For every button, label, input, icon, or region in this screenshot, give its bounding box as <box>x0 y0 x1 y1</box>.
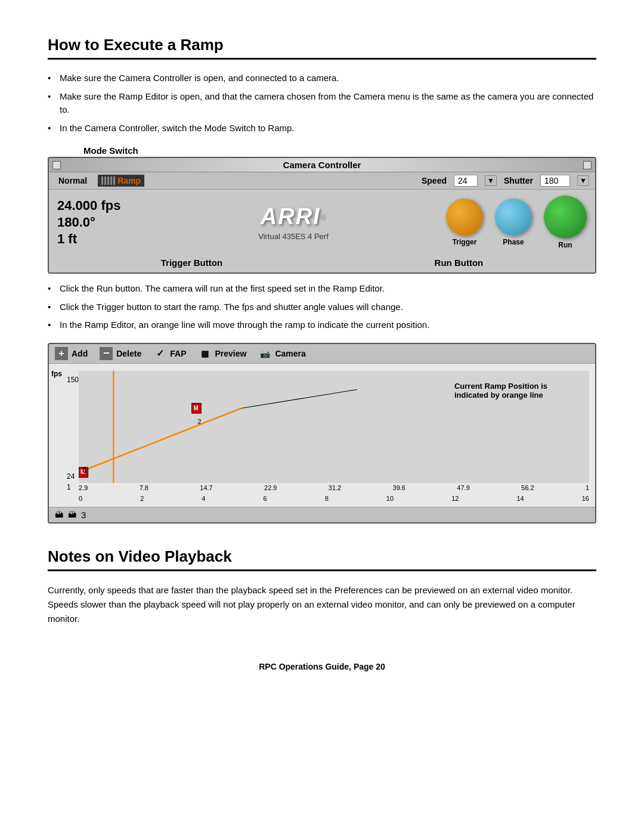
cc-main-area: 24.000 fps 180.0° 1 ft ARRI® Virtual 435… <box>49 190 595 255</box>
cc-mode-normal[interactable]: Normal <box>55 175 91 187</box>
bullet-list-1: Make sure the Camera Controller is open,… <box>48 72 596 135</box>
cc-virtual-label: Virtual 435ES 4 Perf <box>258 232 329 241</box>
time-bottom-4: 8 <box>325 495 329 502</box>
time-label-1: 7.8 <box>140 484 148 491</box>
cc-trigger-label: Trigger <box>453 238 477 246</box>
re-fps-axis-label: fps <box>51 370 62 378</box>
time-label-7: 56.2 <box>521 484 534 491</box>
cc-readout-angle: 180.0° <box>57 215 141 230</box>
ramp-editor-window: + Add − Delete ✓ FAP ▦ Preview 📷 Camera … <box>48 343 596 524</box>
cc-phase-button[interactable] <box>495 199 532 236</box>
time-label-5: 39.6 <box>393 484 405 491</box>
time-bottom-3: 6 <box>264 495 267 502</box>
bullet-2-item-2: Click the Trigger button to start the ra… <box>48 301 596 314</box>
bullet-list-2: Click the Run button. The camera will ru… <box>48 282 596 332</box>
re-1-label: 1 <box>67 483 71 491</box>
mode-switch-label: Mode Switch <box>83 145 138 156</box>
page-footer: RPC Operations Guide, Page 20 <box>48 662 596 671</box>
cc-speed-dropdown[interactable]: ▼ <box>485 175 497 186</box>
cc-captions-row: Trigger Button Run Button <box>49 255 595 272</box>
re-bottom-bar: 🏔 🏔 3 <box>49 507 595 522</box>
cc-speed-label: Speed <box>422 176 447 185</box>
re-preview-tool[interactable]: ▦ Preview <box>198 347 246 360</box>
cc-arri-logo: ARRI® Virtual 435ES 4 Perf <box>147 204 440 241</box>
re-add-label: Add <box>72 349 88 358</box>
time-bottom-2: 4 <box>202 495 205 502</box>
re-fap-tool[interactable]: ✓ FAP <box>153 347 186 360</box>
re-vertical-tick-icon: ⇕ <box>81 465 88 475</box>
re-delete-tool[interactable]: − Delete <box>100 347 141 360</box>
time-label-6: 47.9 <box>457 484 469 491</box>
footer-text: RPC Operations Guide, Page 20 <box>259 662 385 671</box>
bullet-2-item-3: In the Ramp Editor, an orange line will … <box>48 318 596 332</box>
bullet-2-item-1: Click the Run button. The camera will ru… <box>48 282 596 296</box>
re-delete-label: Delete <box>116 349 141 358</box>
arri-logo-text: ARRI <box>261 204 321 229</box>
svg-text:M: M <box>194 404 199 411</box>
arri-registered: ® <box>321 213 327 222</box>
re-time-axis-top: 2.9 7.8 14.7 22.9 31.2 39.6 47.9 56.2 1 <box>79 484 589 491</box>
cc-run-button[interactable] <box>544 196 587 239</box>
cc-readout-fps: 24.000 fps <box>57 198 141 213</box>
cc-run-group: Run <box>544 196 587 249</box>
preview-icon: ▦ <box>198 347 211 360</box>
cc-readout: 24.000 fps 180.0° 1 ft <box>57 198 141 247</box>
cc-shutter-label: Shutter <box>504 176 533 185</box>
add-icon: + <box>55 347 68 360</box>
cc-shutter-value: 180 <box>540 175 570 187</box>
bullet-1-item-2: Make sure the Ramp Editor is open, and t… <box>48 90 596 117</box>
re-preview-label: Preview <box>215 349 246 358</box>
cc-buttons-area: Trigger Phase Run <box>446 196 587 249</box>
re-fap-label: FAP <box>170 349 186 358</box>
re-time-axis-bottom: 0 2 4 6 8 10 12 14 16 <box>79 495 589 502</box>
cc-phase-group: Phase <box>495 199 532 246</box>
re-bottom-icon1: 🏔 <box>55 510 63 519</box>
trigger-button-caption: Trigger Button <box>161 258 222 268</box>
re-camera-label: Camera <box>275 349 305 358</box>
cc-top-bar: Normal Ramp Speed 24 ▼ Shutter 180 ▼ <box>49 172 595 190</box>
re-chart-area: fps 150 24 1 M 2 M 2.9 <box>49 364 595 507</box>
run-button-caption: Run Button <box>435 258 484 268</box>
cc-mode-ramp[interactable]: Ramp <box>98 175 144 187</box>
bullet-1-item-3: In the Camera Controller, switch the Mod… <box>48 122 596 135</box>
time-bottom-1: 2 <box>140 495 144 502</box>
re-bottom-icon2: 🏔 <box>68 510 76 519</box>
re-camera-tool[interactable]: 📷 Camera <box>258 347 305 360</box>
time-bottom-7: 14 <box>516 495 524 502</box>
notes-paragraph: Currently, only speeds that are faster t… <box>48 583 596 626</box>
time-label-2: 14.7 <box>200 484 212 491</box>
camera-icon: 📷 <box>258 347 271 360</box>
delete-icon: − <box>100 347 113 360</box>
cc-titlebar-close[interactable] <box>52 161 61 169</box>
section2-heading: Notes on Video Playback <box>48 547 596 571</box>
time-label-8: 1 <box>586 484 589 491</box>
cc-run-label: Run <box>558 241 572 249</box>
time-bottom-0: 0 <box>79 495 82 502</box>
time-bottom-5: 10 <box>386 495 394 502</box>
ramp-annotation-text: Current Ramp Position isindicated by ora… <box>454 382 547 400</box>
time-bottom-6: 12 <box>451 495 459 502</box>
time-bottom-8: 16 <box>582 495 589 502</box>
cc-titlebar-right-btn[interactable] <box>583 161 592 169</box>
section1-heading: How to Execute a Ramp <box>48 36 596 60</box>
cc-speed-value: 24 <box>454 175 478 187</box>
cc-phase-label: Phase <box>503 238 524 246</box>
fap-icon: ✓ <box>153 347 166 360</box>
time-label-3: 22.9 <box>264 484 277 491</box>
re-add-tool[interactable]: + Add <box>55 347 88 360</box>
cc-trigger-group: Trigger <box>446 199 483 246</box>
cc-titlebar: Camera Controller <box>49 158 595 172</box>
cc-trigger-button[interactable] <box>446 199 483 236</box>
svg-text:2: 2 <box>197 417 201 425</box>
mode-stripes-icon <box>101 176 115 185</box>
time-label-0: 2.9 <box>79 484 88 491</box>
re-toolbar: + Add − Delete ✓ FAP ▦ Preview 📷 Camera <box>49 344 595 364</box>
camera-controller-window: Camera Controller Normal Ramp Speed 24 ▼… <box>48 157 596 274</box>
re-bottom-value: 3 <box>81 510 86 520</box>
cc-shutter-dropdown[interactable]: ▼ <box>577 175 589 186</box>
re-24-label: 24 <box>67 472 75 481</box>
time-label-4: 31.2 <box>329 484 341 491</box>
cc-readout-distance: 1 ft <box>57 231 141 247</box>
notes-section: Notes on Video Playback Currently, only … <box>48 547 596 626</box>
re-150-label: 150 <box>67 376 79 384</box>
